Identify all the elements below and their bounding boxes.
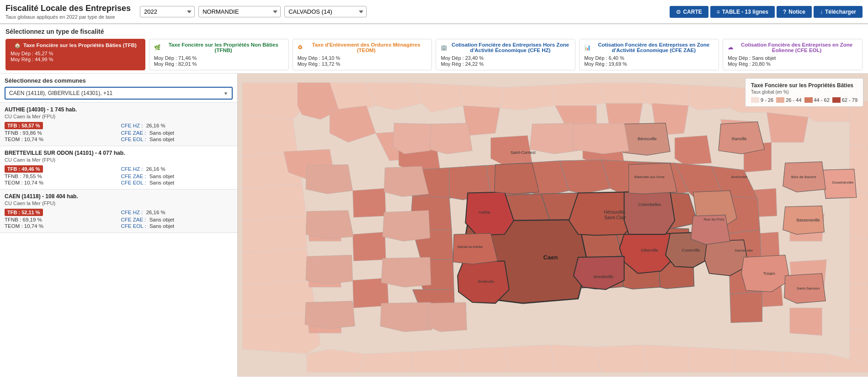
- legend-item-0: 9 - 26: [751, 97, 773, 103]
- fiscalite-card-cfehz[interactable]: 🏢 Cotisation Foncière des Entreprises Ho…: [436, 39, 575, 70]
- carte-button[interactable]: ⊙ CARTE: [670, 6, 708, 18]
- goustranville-label: Goustranville: [832, 180, 853, 184]
- header-dropdowns: 2022 2021 2020 NORMANDIE ILE-DE-FRANCE C…: [140, 6, 665, 17]
- cfe-zae-item: CFE ZAE : Sans objet: [121, 217, 233, 222]
- commune-name: AUTHIE (14030) - 1 745 hab.: [5, 106, 233, 113]
- tfb-badge: TFB : 58,57 %: [5, 122, 43, 129]
- fiscalite-cards: 🏠 Taxe Foncière sur les Propriétés Bâtie…: [5, 39, 863, 70]
- tfb-item: TFB : 49,46 %: [5, 165, 117, 173]
- sainte-herbe-label: Sainte-la-Herbe: [457, 245, 483, 249]
- table-button[interactable]: ≡ TABLE - 13 lignes: [710, 6, 775, 18]
- legend-title: Taxe Foncière sur les Propriétés Bâties: [751, 82, 857, 89]
- svg-marker-32: [242, 115, 298, 156]
- card-header-teom: ♻ Taxe d'Enlèvement des Ordures Ménagère…: [298, 42, 427, 53]
- svg-marker-64: [353, 232, 386, 261]
- fiscalite-card-tfb[interactable]: 🏠 Taxe Foncière sur les Propriétés Bâtie…: [5, 39, 145, 70]
- troarn-label: Troarn: [763, 271, 775, 276]
- svg-marker-21: [412, 349, 463, 372]
- cfe-zae-value: Sans objet: [149, 174, 174, 179]
- svg-marker-82: [730, 292, 762, 322]
- map-icon: ⊙: [676, 9, 681, 15]
- dept-select[interactable]: CALVADOS (14) MANCHE (50): [284, 6, 367, 17]
- cfe-zae-label: CFE ZAE :: [121, 130, 148, 136]
- svg-marker-5: [500, 85, 555, 110]
- svg-marker-27: [688, 347, 735, 372]
- legend-label-2: 44 - 62: [814, 97, 830, 103]
- cfe-hz-item: CFE HZ : 26,16 %: [121, 209, 233, 216]
- app-title: Fiscalité Locale des Entreprises: [5, 4, 131, 13]
- legend-color-3: [832, 97, 841, 103]
- svg-marker-124: [306, 255, 353, 284]
- card-stats-cfehz: Moy Dép : 23,40 % Moy Rég : 24,22 %: [441, 55, 570, 67]
- tfb-badge: TFB : 49,46 %: [5, 165, 43, 173]
- commune-card: BRETTEVILLE SUR ODON (14101) - 4 077 hab…: [0, 146, 237, 190]
- card-moy-dep-tfb: Moy Dép : 45,27 %: [11, 51, 140, 56]
- svg-marker-129: [380, 302, 432, 332]
- svg-marker-104: [574, 256, 624, 289]
- saint-contest-label: Saint-Contest: [511, 150, 536, 155]
- svg-marker-125: [305, 301, 355, 328]
- communes-select[interactable]: CAEN (14118), GIBERVILLE (14301), +11 ▼: [5, 87, 233, 100]
- svg-marker-128: [381, 257, 431, 287]
- fiscalite-card-tfnb[interactable]: 🌿 Taxe Foncière sur les Propriétés Non B…: [149, 39, 289, 70]
- card-moy-dep-cfezae: Moy Dép : 6,40 %: [584, 55, 714, 61]
- card-stats-teom: Moy Dép : 14,10 % Moy Rég : 13,72 %: [298, 55, 427, 67]
- cfe-hz-value: 26,16 %: [146, 210, 165, 215]
- fiscalite-card-teom[interactable]: ♻ Taxe d'Enlèvement des Ordures Ménagère…: [293, 39, 432, 70]
- svg-marker-25: [596, 345, 647, 372]
- saint-samson-label: Saint-Samson: [797, 286, 820, 290]
- fiscalite-card-cfeeol[interactable]: ☁ Cotisation Foncière des Entreprises en…: [723, 39, 863, 70]
- cfe-zae-value: Sans objet: [149, 217, 174, 222]
- svg-marker-9: [688, 85, 735, 110]
- svg-marker-42: [767, 112, 809, 142]
- card-header-cfezae: 📊 Cotisation Foncière des Entreprises en…: [584, 42, 714, 53]
- commune-group: CU Caen la Mer (FPU): [5, 114, 233, 119]
- svg-marker-13: [850, 101, 868, 147]
- bois-bavent-label: Bois de Bavent: [791, 175, 816, 179]
- region-select[interactable]: NORMANDIE ILE-DE-FRANCE: [198, 6, 281, 17]
- card-icon-cfezae: 📊: [584, 44, 591, 51]
- cfe-eol-label: CFE EOL :: [121, 223, 148, 229]
- cfe-eol-value: Sans objet: [149, 137, 174, 142]
- cfe-hz-label: CFE HZ :: [121, 166, 144, 172]
- commune-name: CAEN (14118) - 108 404 hab.: [5, 193, 233, 200]
- svg-text:Saint-Clair: Saint-Clair: [604, 215, 626, 220]
- svg-marker-28: [735, 349, 785, 372]
- tfb-item: TFB : 52,11 %: [5, 209, 117, 216]
- svg-marker-37: [242, 280, 316, 317]
- svg-marker-114: [495, 163, 539, 194]
- teom-label: TEOM : 10,74 %: [5, 137, 43, 142]
- blainville-label: Blainville-sur-Orne: [634, 175, 665, 179]
- main-content: Sélectionnez des communes CAEN (14118), …: [0, 74, 868, 377]
- card-label-tfnb: Taxe Foncière sur les Propriétés Non Bât…: [163, 42, 284, 53]
- legend-label-3: 62 - 79: [842, 97, 857, 103]
- teom-label: TEOM : 10,74 %: [5, 223, 43, 229]
- card-label-teom: Taxe d'Enlèvement des Ordures Ménagères …: [305, 42, 427, 53]
- commune-card: AUTHIE (14030) - 1 745 hab. CU Caen la M…: [0, 103, 237, 146]
- svg-marker-23: [505, 345, 555, 372]
- cfe-eol-item: CFE EOL : Sans objet: [121, 223, 233, 229]
- download-icon: ↓: [820, 9, 823, 15]
- download-button[interactable]: ↓ Télécharger: [814, 6, 863, 18]
- colombelles-label: Colombelles: [638, 202, 661, 207]
- card-stats-cfeeol: Moy Dép : Sans objet Moy Rég : 20,80 %: [728, 55, 857, 67]
- notice-button[interactable]: ? Notice: [777, 6, 812, 18]
- table-icon: ≡: [717, 9, 720, 15]
- svg-marker-134: [393, 123, 431, 154]
- svg-marker-19: [307, 349, 367, 372]
- teom-item: TEOM : 10,74 %: [5, 180, 117, 185]
- svg-marker-133: [573, 123, 629, 154]
- legend-item-2: 44 - 62: [804, 97, 830, 103]
- card-moy-dep-teom: Moy Dép : 14,10 %: [298, 55, 427, 61]
- svg-marker-24: [550, 345, 601, 372]
- fiscalite-card-cfezae[interactable]: 📊 Cotisation Foncière des Entreprises en…: [579, 39, 719, 70]
- svg-marker-17: [850, 283, 868, 331]
- card-icon-tfnb: 🌿: [154, 44, 160, 51]
- tfb-badge: TFB : 52,11 %: [5, 209, 43, 216]
- year-select[interactable]: 2022 2021 2020: [140, 6, 195, 17]
- teom-label: TEOM : 10,74 %: [5, 180, 43, 185]
- commune-taxes: TFB : 49,46 % CFE HZ : 26,16 % TFNB : 78…: [5, 165, 233, 185]
- app-subtitle: Taux globaux appliqués en 2022 par type …: [5, 14, 131, 20]
- card-stats-tfb: Moy Dép : 45,27 % Moy Rég : 44,99 %: [11, 51, 140, 62]
- amfreville-label: Amfreville: [731, 175, 747, 179]
